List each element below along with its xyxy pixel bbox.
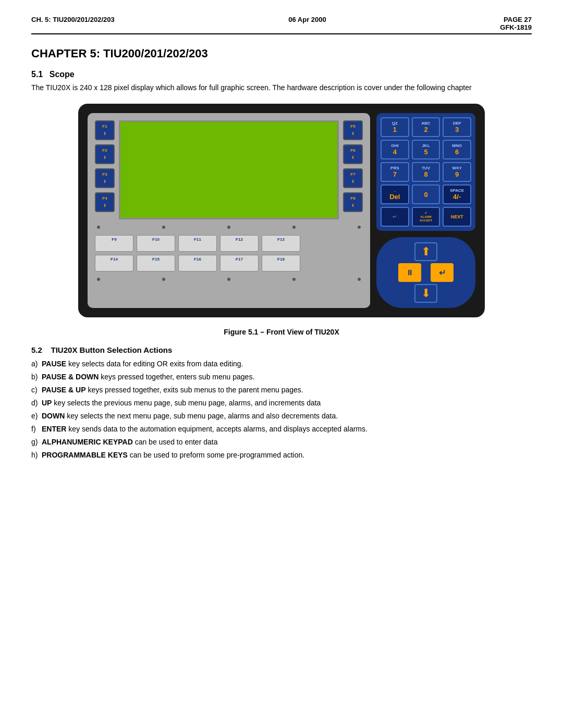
key-7[interactable]: PRS 7 <box>381 162 409 182</box>
list-item-g: g)ALPHANUMERIC KEYPAD can be used to ent… <box>31 437 532 448</box>
list-text-1: PAUSE & DOWN keys pressed together, ente… <box>42 372 254 382</box>
right-fkeys: F5 ‹ F6 ‹ F7 ‹ F8 ‹ <box>343 120 363 219</box>
fkey-f2[interactable]: F2 › <box>95 144 115 164</box>
nav-row-bottom: ⬇ <box>414 284 437 303</box>
bottom-fkey-row-1: F9 F10 F11 F12 F13 <box>95 235 363 252</box>
section-1-body: The TIU20X is 240 x 128 pixel display wh… <box>31 82 532 93</box>
f7-arrow: ‹ <box>352 177 354 185</box>
list-item-c: c)PAUSE & UP keys pressed together, exit… <box>31 385 532 396</box>
list-item-h: h)PROGRAMMABLE KEYS can be used to prefo… <box>31 450 532 461</box>
device-right-panel: QZ 1 ABC 2 DEF 3 GHI 4 JKL 5 <box>376 113 475 308</box>
bottom-dots-2 <box>95 277 363 282</box>
dot2-2 <box>162 278 165 281</box>
fkey-f13[interactable]: F13 <box>262 235 300 252</box>
list-item-a: a)PAUSE key selects data for editing OR … <box>31 359 532 369</box>
list-text-0: PAUSE key selects data for editing OR ex… <box>42 359 243 369</box>
dot-4 <box>292 226 296 229</box>
list-prefix-0: a) <box>31 359 39 369</box>
f4-arrow: › <box>104 201 106 209</box>
dot2-5 <box>358 278 361 281</box>
f1-arrow: › <box>104 129 106 137</box>
f6-arrow: ‹ <box>352 153 354 161</box>
key-9[interactable]: WXY 9 <box>443 162 471 182</box>
key-5[interactable]: JKL 5 <box>412 140 440 159</box>
section-1-number: 5.1 <box>31 70 43 79</box>
key-back[interactable]: ↩ <box>381 207 409 227</box>
key-0[interactable]: 0 <box>412 184 440 204</box>
fkey-f6[interactable]: F6 ‹ <box>343 144 363 164</box>
tiu20x-device: F1 › F2 › F3 › F4 › <box>78 104 485 317</box>
device-illustration: F1 › F2 › F3 › F4 › <box>31 104 532 317</box>
list-prefix-3: d) <box>31 398 39 409</box>
f8-arrow: ‹ <box>352 201 354 209</box>
fkey-f3[interactable]: F3 › <box>95 168 115 188</box>
list-item-e: e)DOWN key selects the next menu page, s… <box>31 411 532 422</box>
list-prefix-7: h) <box>31 450 39 461</box>
key-2[interactable]: ABC 2 <box>412 117 440 137</box>
section-2-list: a)PAUSE key selects data for editing OR … <box>31 359 532 461</box>
fkey-f8[interactable]: F8 ‹ <box>343 192 363 212</box>
figure-caption: Figure 5.1 – Front View of TIU20X <box>31 328 532 336</box>
fkey-f15[interactable]: F15 <box>137 255 175 272</box>
display-screen <box>119 120 339 219</box>
fkey-f7[interactable]: F7 ‹ <box>343 168 363 188</box>
section-2-heading: TIU20X Button Selection Actions <box>51 346 173 354</box>
key-4[interactable]: GHI 4 <box>381 140 409 159</box>
bottom-fkey-row-2: F14 F15 F16 F17 F18 <box>95 255 363 272</box>
dot2-1 <box>97 278 100 281</box>
section-1-heading: Scope <box>50 70 75 79</box>
fkey-f14[interactable]: F14 <box>95 255 133 272</box>
key-1[interactable]: QZ 1 <box>381 117 409 137</box>
header-center: 06 Apr 2000 <box>288 16 326 31</box>
document-id: GFK-1819 <box>500 23 532 31</box>
f2-arrow: › <box>104 153 106 161</box>
chapter-title: CHAPTER 5: TIU200/201/202/203 <box>31 47 532 60</box>
key-3[interactable]: DEF 3 <box>443 117 471 137</box>
fkey-f17[interactable]: F17 <box>220 255 259 272</box>
dot2-3 <box>227 278 230 281</box>
fkey-f5[interactable]: F5 ‹ <box>343 120 363 140</box>
fkey-f10[interactable]: F10 <box>137 235 175 252</box>
list-text-6: ALPHANUMERIC KEYPAD can be used to enter… <box>42 437 217 448</box>
list-prefix-2: c) <box>31 385 39 396</box>
list-text-4: DOWN key selects the next menu page, sub… <box>42 411 338 422</box>
section-2-title: 5.2 TIU20X Button Selection Actions <box>31 346 532 354</box>
list-item-b: b)PAUSE & DOWN keys pressed together, en… <box>31 372 532 382</box>
list-text-3: UP key selects the previous menu page, s… <box>42 398 321 409</box>
list-text-5: ENTER key sends data to the automation e… <box>42 424 368 435</box>
dot2-4 <box>292 278 296 281</box>
alphanumeric-keypad: QZ 1 ABC 2 DEF 3 GHI 4 JKL 5 <box>376 113 475 231</box>
key-space[interactable]: SPACE 4/- <box>443 184 471 204</box>
screen-row: F1 › F2 › F3 › F4 › <box>95 120 363 219</box>
pause-button[interactable]: ⏸ <box>398 263 421 282</box>
left-fkeys: F1 › F2 › F3 › F4 › <box>95 120 115 219</box>
nav-down-button[interactable]: ⬇ <box>414 284 437 303</box>
nav-row-top: ⬆ <box>414 242 437 261</box>
fkey-f4[interactable]: F4 › <box>95 192 115 212</box>
key-next[interactable]: NEXT <box>443 207 471 227</box>
list-prefix-1: b) <box>31 372 39 382</box>
list-text-7: PROGRAMMABLE KEYS can be used to preform… <box>42 450 304 461</box>
key-8[interactable]: TUV 8 <box>412 162 440 182</box>
fkey-f12[interactable]: F12 <box>220 235 259 252</box>
fkey-f16[interactable]: F16 <box>178 255 217 272</box>
header-right: PAGE 27 GFK-1819 <box>500 16 532 31</box>
nav-row-middle: ⏸ ↵ <box>398 263 454 282</box>
f5-arrow: ‹ <box>352 129 354 137</box>
fkey-f18[interactable]: F18 <box>262 255 300 272</box>
bottom-fkeys: F9 F10 F11 F12 F13 F14 F15 F16 F17 F18 <box>95 235 363 272</box>
fkey-f11[interactable]: F11 <box>178 235 217 252</box>
page-number: PAGE 27 <box>500 16 532 23</box>
fkey-f9[interactable]: F9 <box>95 235 133 252</box>
dot-5 <box>358 226 361 229</box>
nav-up-button[interactable]: ⬆ <box>414 242 437 261</box>
key-6[interactable]: MNO 6 <box>443 140 471 159</box>
enter-button[interactable]: ↵ <box>431 263 454 282</box>
list-item-d: d)UP key selects the previous menu page,… <box>31 398 532 409</box>
page-header: CH. 5: TIU200/201/202/203 06 Apr 2000 PA… <box>31 16 532 34</box>
key-alarm-accept[interactable]: ✓ ALARMACCEPT <box>412 207 440 227</box>
fkey-f1[interactable]: F1 › <box>95 120 115 140</box>
key-del[interactable]: . Del <box>381 184 409 204</box>
list-text-2: PAUSE & UP keys pressed together, exits … <box>42 385 303 396</box>
dot-3 <box>227 226 230 229</box>
